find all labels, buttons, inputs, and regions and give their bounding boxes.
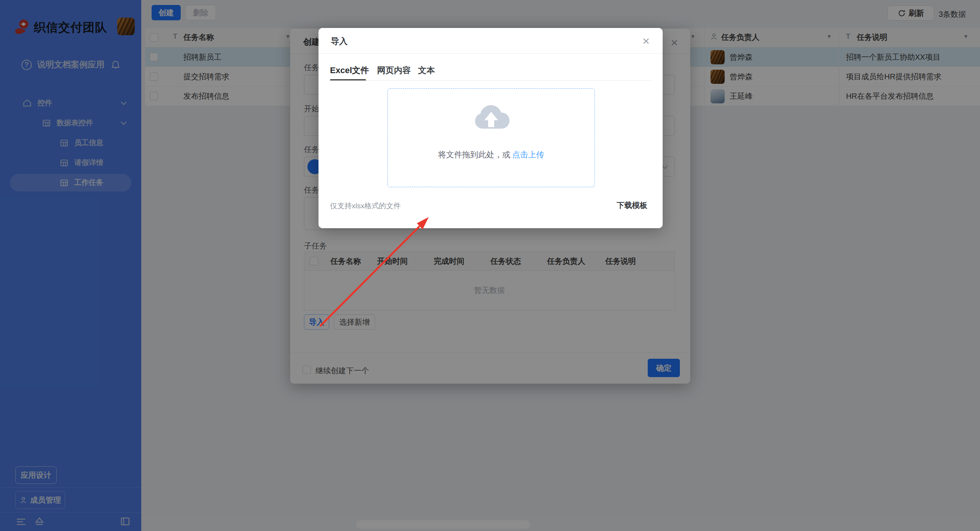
click-upload-link[interactable]: 点击上传 bbox=[512, 150, 544, 159]
import-modal-title: 导入 bbox=[331, 36, 348, 47]
tab-text[interactable]: 文本 bbox=[418, 65, 435, 76]
import-modal: 导入 × Excel文件 网页内容 文本 将文件拖到此处，或 点击上传 仅支持x… bbox=[318, 28, 663, 228]
upload-cloud-icon bbox=[470, 102, 512, 133]
app-canvas: 织信交付团队 ? 说明文档案例应用 控件 bbox=[0, 0, 980, 531]
close-icon[interactable]: × bbox=[642, 35, 650, 47]
dropzone-text-row: 将文件拖到此处，或 点击上传 bbox=[388, 149, 595, 160]
drop-hint-text: 将文件拖到此处，或 bbox=[438, 150, 510, 159]
divider bbox=[318, 53, 663, 54]
tab-excel-file[interactable]: Excel文件 bbox=[330, 65, 369, 76]
download-template-link[interactable]: 下载模板 bbox=[617, 200, 647, 211]
tab-divider bbox=[330, 80, 651, 81]
format-note: 仅支持xlsx格式的文件 bbox=[330, 201, 401, 211]
upload-dropzone[interactable]: 将文件拖到此处，或 点击上传 bbox=[387, 88, 595, 187]
tab-web-content[interactable]: 网页内容 bbox=[377, 65, 411, 76]
